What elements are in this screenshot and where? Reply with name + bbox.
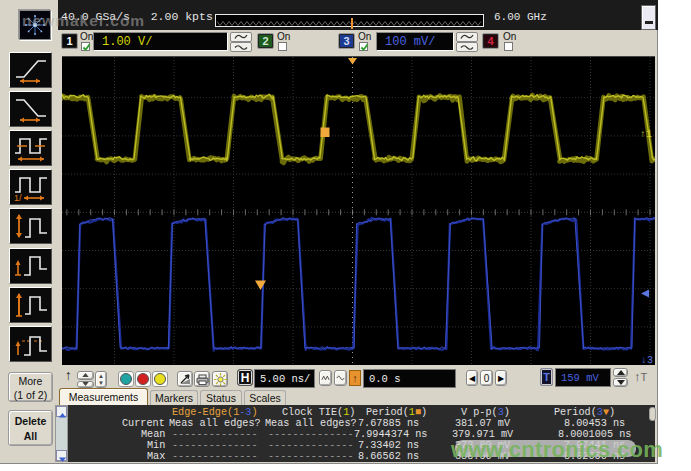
svg-text:↑1: ↑1 (640, 129, 652, 140)
svg-text:↓3: ↓3 (641, 355, 653, 365)
svg-text:1/: 1/ (14, 193, 22, 202)
